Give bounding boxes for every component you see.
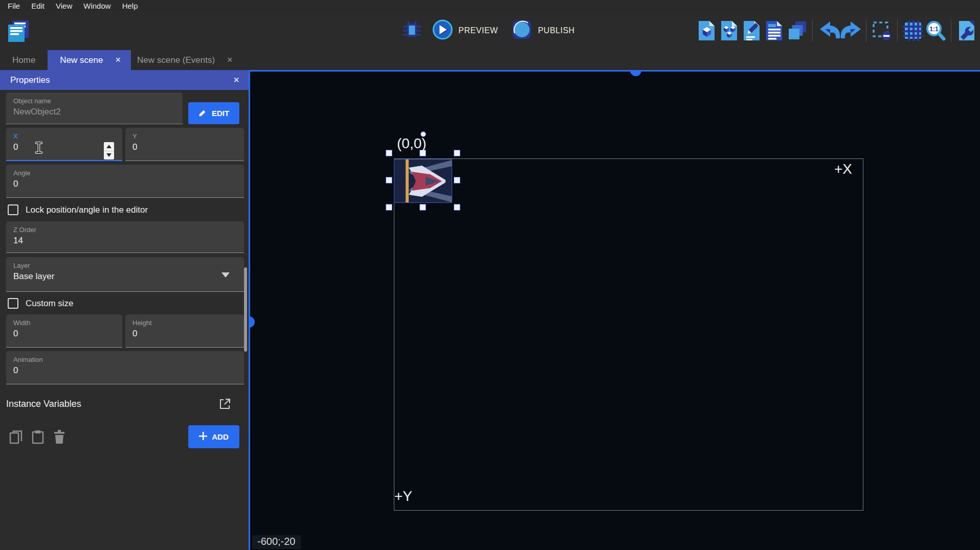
undo-icon[interactable] [818,19,838,42]
resize-handle-bottom-right[interactable] [454,204,460,211]
x-axis-label: +X [834,161,852,177]
menu-edit[interactable]: Edit [26,2,50,10]
z-order-field[interactable]: Z Order 14 [6,221,244,253]
resize-handle-middle-left[interactable] [386,177,392,184]
tab-bar: Home New scene × New scene (Events) × [0,50,980,70]
field-label: Width [13,319,115,327]
tab-close-icon[interactable]: × [221,55,239,65]
resize-handle-top-right[interactable] [454,150,460,156]
preview-button[interactable]: PREVIEW [429,18,501,43]
menu-view[interactable]: View [50,2,78,10]
field-value: NewObject2 [13,106,175,118]
number-stepper[interactable] [104,142,114,159]
properties-icon[interactable] [742,19,762,42]
field-value: 0 [13,328,115,339]
checkbox-label: Custom size [26,299,74,309]
publish-label: PUBLISH [538,26,575,35]
zoom-ratio-label: 1:1 [929,26,939,33]
main-toolbar: PREVIEW PUBLISH [0,11,980,50]
project-manager-icon[interactable] [6,18,31,44]
paste-icon[interactable] [31,430,44,446]
resize-handle-bottom-left[interactable] [386,204,392,211]
field-label: Animation [13,356,237,363]
lock-position-checkbox[interactable] [8,204,18,215]
objects-editor-icon[interactable] [697,19,717,42]
field-value: 14 [13,235,237,246]
field-value: 0 [132,142,237,153]
field-label: Height [132,319,237,327]
panel-close-icon[interactable]: × [233,74,239,86]
gdevelop-window: File Edit View Window Help [0,0,980,550]
project-settings-icon[interactable] [956,19,977,42]
tab-new-scene[interactable]: New scene × [48,50,131,70]
plus-icon [199,432,207,442]
field-value: 0 [13,365,237,376]
tab-label: New scene (Events) [131,55,221,65]
chevron-down-icon[interactable] [221,272,230,278]
field-label: X [13,132,115,140]
lock-position-row: Lock position/angle in the editor [8,204,148,215]
menu-file[interactable]: File [2,2,26,10]
canvas-hscroll-line [249,70,980,72]
trash-icon[interactable] [53,430,65,446]
debug-icon[interactable] [402,19,421,42]
tab-close-icon[interactable]: × [109,55,127,65]
panel-scrollbar-thumb[interactable] [244,267,247,352]
field-label: Object name [13,97,175,105]
deselect-icon[interactable] [872,19,892,42]
properties-panel: Properties × Object name NewObject2 EDIT… [0,70,249,550]
tab-label: Home [6,55,41,65]
pencil-icon [198,108,207,119]
copy-icon[interactable] [9,430,23,446]
toolbar-center: PREVIEW PUBLISH [402,11,577,50]
edit-object-button[interactable]: EDIT [188,102,239,124]
canvas-hscroll-thumb[interactable] [630,70,641,76]
publish-button[interactable]: PUBLISH [508,18,578,43]
open-in-new-icon[interactable] [219,398,231,412]
custom-size-checkbox[interactable] [8,298,18,309]
stepper-up-icon[interactable] [104,142,114,151]
stepper-down-icon[interactable] [104,151,114,160]
menu-bar: File Edit View Window Help [0,0,980,11]
resize-handle-middle-right[interactable] [454,177,460,184]
redo-icon[interactable] [840,19,861,42]
field-value: Base layer [13,271,237,282]
origin-label: (0,0) [397,135,427,152]
field-label: Angle [13,169,237,177]
menu-window[interactable]: Window [78,2,116,10]
tab-new-scene-events[interactable]: New scene (Events) × [131,50,239,70]
resize-handle-top-left[interactable] [386,150,392,156]
menu-help[interactable]: Help [117,2,144,10]
grid-icon[interactable] [903,19,923,42]
angle-field[interactable]: Angle 0 [6,165,244,198]
scene-canvas[interactable]: (0,0) +X +Y -600;-20 [249,70,980,550]
instances-list-icon[interactable] [764,19,785,42]
text-cursor [35,142,43,156]
layers-icon[interactable] [787,19,807,42]
field-label: Z Order [13,226,237,234]
canvas-vscroll-thumb[interactable] [249,316,255,328]
object-name-field: Object name NewObject2 [6,93,183,124]
animation-field[interactable]: Animation 0 [6,351,244,384]
properties-panel-header: Properties × [0,70,249,90]
width-field[interactable]: Width 0 [6,314,122,348]
y-axis-label: +Y [394,488,412,505]
toolbar-separator [897,19,898,42]
field-value: 0 [13,178,237,190]
toolbar-right: 1:1 [696,11,978,50]
resize-handle-bottom-center[interactable] [419,204,426,211]
add-variable-button[interactable]: ADD [188,425,239,448]
toolbar-separator [812,19,813,42]
tab-home[interactable]: Home [0,50,48,70]
height-field[interactable]: Height 0 [125,314,244,348]
edit-button-label: EDIT [212,109,229,118]
x-position-field[interactable]: X 0 [6,128,122,161]
toolbar-separator [866,19,866,42]
layer-select[interactable]: Layer Base layer [6,257,244,292]
selection-outline [394,159,452,203]
y-position-field[interactable]: Y 0 [125,128,244,161]
preview-label: PREVIEW [458,26,498,35]
publish-orb-icon [511,19,533,42]
object-groups-icon[interactable] [719,19,740,42]
zoom-original-icon[interactable]: 1:1 [925,19,946,42]
